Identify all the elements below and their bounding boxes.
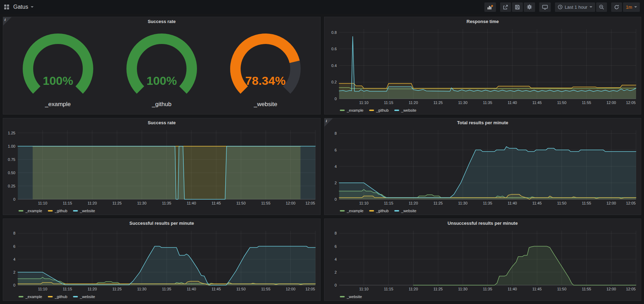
legend-item-_github[interactable]: _github <box>369 108 389 112</box>
legend-item-_website[interactable]: _website <box>394 209 416 213</box>
legend-item-_github[interactable]: _github <box>369 209 389 213</box>
panel-successful-results: Successful results per minute 0246811:10… <box>3 218 321 301</box>
time-range-label: Last 1 hour <box>565 5 587 10</box>
svg-text:11:55: 11:55 <box>261 201 271 205</box>
svg-text:6: 6 <box>335 148 337 152</box>
refresh-interval-label: 1m <box>626 5 632 10</box>
legend-item-_example[interactable]: _example <box>19 295 42 299</box>
legend-item-_website[interactable]: _website <box>73 295 95 299</box>
panel-info-icon[interactable]: i <box>3 17 12 25</box>
legend-label: _website <box>347 295 362 299</box>
svg-text:11:45: 11:45 <box>532 101 542 105</box>
gauge-svg: 100% <box>15 32 101 101</box>
chart-legend: _example_github_website <box>324 208 641 215</box>
svg-text:11:10: 11:10 <box>359 287 368 291</box>
gauge-_github: 100%_github <box>119 32 204 108</box>
svg-text:11:25: 11:25 <box>433 101 443 105</box>
svg-text:0.4: 0.4 <box>331 64 337 68</box>
panel-title[interactable]: Success rate <box>3 118 320 127</box>
svg-text:11:20: 11:20 <box>409 101 418 105</box>
gauge-_example: 100%_example <box>15 32 101 108</box>
panel-title[interactable]: Unsuccessful results per minute <box>324 219 641 228</box>
gauge-svg: 100% <box>119 32 204 101</box>
svg-text:1.25: 1.25 <box>8 131 15 135</box>
legend-color-dash <box>19 296 23 297</box>
legend-item-_github[interactable]: _github <box>48 295 67 299</box>
svg-text:12:00: 12:00 <box>286 287 295 291</box>
svg-text:2: 2 <box>13 270 15 274</box>
save-icon <box>515 5 520 10</box>
svg-text:11:15: 11:15 <box>384 101 393 105</box>
legend-item-_github[interactable]: _github <box>48 209 67 213</box>
gauge-label: _website <box>254 101 277 108</box>
tv-icon <box>542 5 548 10</box>
legend-label: _website <box>401 209 416 213</box>
svg-text:11:25: 11:25 <box>112 201 122 205</box>
legend-color-dash <box>369 210 374 212</box>
svg-text:11:50: 11:50 <box>557 101 566 105</box>
svg-text:11:35: 11:35 <box>483 201 492 205</box>
gauge-label: _github <box>152 101 171 108</box>
legend-label: _github <box>376 108 389 112</box>
legend-label: _example <box>25 209 42 213</box>
svg-text:11:25: 11:25 <box>433 287 443 291</box>
chart-svg: 00.250.500.751.001.2511:1011:1511:2011:2… <box>3 127 320 206</box>
legend-item-_website[interactable]: _website <box>394 108 416 112</box>
save-button[interactable] <box>512 2 523 12</box>
zoom-out-button[interactable] <box>596 2 607 12</box>
svg-text:11:25: 11:25 <box>433 201 443 205</box>
svg-text:11:55: 11:55 <box>582 287 591 291</box>
panel-title[interactable]: Success rate <box>3 17 320 26</box>
chart-legend: _example_github_website <box>3 294 320 301</box>
svg-text:11:15: 11:15 <box>384 287 393 291</box>
tv-mode-button[interactable] <box>539 2 551 12</box>
time-range-picker[interactable]: Last 1 hour <box>555 2 595 12</box>
legend-label: _github <box>55 295 67 299</box>
svg-text:11:55: 11:55 <box>261 287 271 291</box>
legend-item-_example[interactable]: _example <box>340 108 364 112</box>
svg-text:4: 4 <box>335 257 337 261</box>
unsuccessful-results-chart: 0246811:1011:1511:2011:2511:3011:3511:40… <box>324 228 641 294</box>
legend-item-_example[interactable]: _example <box>340 209 364 213</box>
dashboard-title-dropdown[interactable]: Gatus <box>13 4 34 10</box>
refresh-interval-dropdown[interactable]: 1m <box>623 2 640 12</box>
panel-title[interactable]: Response time <box>324 17 641 26</box>
svg-text:12:05: 12:05 <box>305 201 315 205</box>
svg-text:11:35: 11:35 <box>162 201 171 205</box>
svg-text:12:00: 12:00 <box>286 201 295 205</box>
legend-color-dash <box>340 296 345 297</box>
panel-info-icon[interactable]: i <box>324 118 333 127</box>
svg-text:11:15: 11:15 <box>63 201 72 205</box>
svg-text:11:30: 11:30 <box>458 287 468 291</box>
svg-text:0.75: 0.75 <box>8 157 15 162</box>
svg-text:11:35: 11:35 <box>162 287 171 291</box>
legend-item-_website[interactable]: _website <box>340 295 362 299</box>
clock-icon <box>558 5 563 9</box>
response-time-chart: 00.20.40.60.811:1011:1511:2011:2511:3011… <box>324 26 641 107</box>
add-panel-button[interactable] <box>484 2 496 12</box>
apps-grid-icon[interactable] <box>4 5 9 9</box>
legend-color-dash <box>340 110 345 111</box>
panel-title[interactable]: Successful results per minute <box>3 219 320 228</box>
svg-text:8: 8 <box>335 231 337 235</box>
successful-results-chart: 0246811:1011:1511:2011:2511:3011:3511:40… <box>3 228 320 294</box>
svg-text:11:10: 11:10 <box>38 287 47 291</box>
dashboard-title: Gatus <box>13 4 28 10</box>
legend-color-dash <box>48 296 53 297</box>
success-rate-chart: 00.250.500.751.001.2511:1011:1511:2011:2… <box>3 127 320 208</box>
refresh-button[interactable] <box>611 2 622 12</box>
add-panel-icon <box>487 5 493 10</box>
legend-item-_example[interactable]: _example <box>19 209 42 213</box>
legend-item-_website[interactable]: _website <box>73 209 95 213</box>
settings-button[interactable] <box>524 2 535 12</box>
svg-text:12:00: 12:00 <box>606 287 616 291</box>
svg-text:12:05: 12:05 <box>305 287 315 291</box>
legend-label: _website <box>80 295 95 299</box>
gauge-svg: 78.34% <box>223 32 308 101</box>
svg-text:11:20: 11:20 <box>88 287 97 291</box>
panel-title[interactable]: Total results per minute <box>324 118 641 127</box>
svg-text:12:05: 12:05 <box>626 101 636 105</box>
share-button[interactable] <box>500 2 511 12</box>
svg-text:8: 8 <box>13 231 15 235</box>
legend-color-dash <box>73 210 78 212</box>
